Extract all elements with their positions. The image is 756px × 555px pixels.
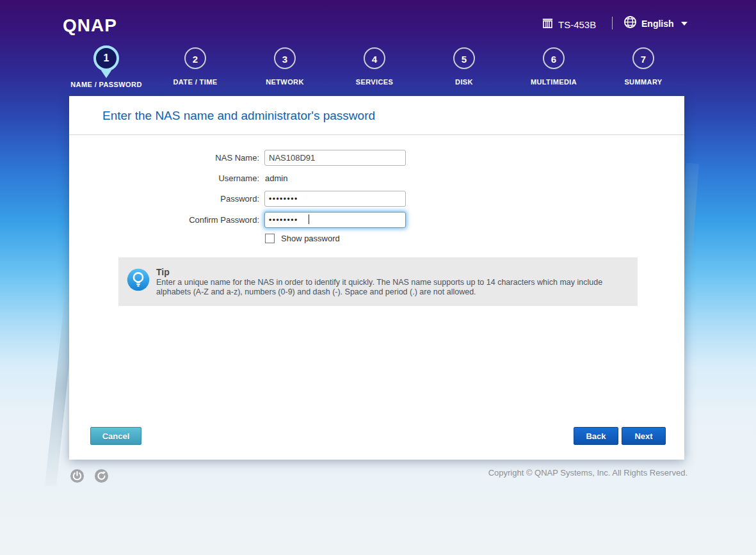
copyright-text: Copyright © QNAP Systems, Inc. All Right… — [488, 468, 688, 478]
globe-icon — [623, 15, 637, 31]
lightbulb-icon — [127, 268, 150, 294]
step-3-circle: 3 — [274, 47, 296, 69]
power-icon[interactable] — [70, 469, 84, 486]
wizard-content-card: Enter the NAS name and administrator's p… — [69, 96, 684, 460]
step-4-label: SERVICES — [330, 78, 419, 86]
cancel-button[interactable]: Cancel — [90, 427, 141, 445]
step-date-time: 2 DATE / TIME — [150, 47, 240, 86]
step-2-label: DATE / TIME — [150, 78, 240, 86]
language-label: English — [641, 19, 674, 29]
step-name-password: 1 NAME / PASSWORD — [61, 47, 151, 88]
show-password-label: Show password — [281, 234, 340, 243]
step-1-label: NAME / PASSWORD — [61, 81, 151, 88]
text-cursor — [309, 214, 309, 224]
nas-device-icon — [542, 17, 554, 32]
refresh-icon[interactable] — [94, 469, 109, 486]
next-button[interactable]: Next — [622, 427, 666, 445]
step-disk: 5 DISK — [419, 47, 509, 86]
step-1-circle: 1 — [93, 45, 119, 71]
step-network: 3 NETWORK — [240, 47, 330, 86]
setup-wizard-stepper: 1 NAME / PASSWORD 2 DATE / TIME 3 NETWOR… — [0, 42, 756, 93]
chevron-down-icon — [681, 22, 688, 26]
active-step-pointer — [101, 70, 111, 78]
device-model-indicator: TS-453B — [542, 17, 596, 32]
password-input[interactable] — [264, 191, 406, 207]
step-multimedia: 6 MULTIMEDIA — [509, 47, 599, 86]
step-6-label: MULTIMEDIA — [509, 78, 599, 86]
username-label: Username: — [131, 173, 259, 183]
topbar-separator — [612, 17, 613, 29]
step-5-circle: 5 — [453, 47, 475, 69]
step-summary: 7 SUMMARY — [599, 47, 688, 86]
step-services: 4 SERVICES — [330, 47, 419, 86]
tip-box: Tip Enter a unique name for the NAS in o… — [118, 257, 638, 306]
device-model-label: TS-453B — [558, 19, 596, 30]
step-7-label: SUMMARY — [599, 78, 688, 86]
step-2-circle: 2 — [184, 47, 206, 69]
tip-text: Enter a unique name for the NAS in order… — [156, 278, 612, 297]
show-password-checkbox[interactable] — [265, 234, 275, 243]
qnap-logo: QNAP — [63, 15, 117, 36]
title-divider — [69, 134, 684, 135]
step-5-label: DISK — [419, 78, 509, 86]
step-3-label: NETWORK — [240, 78, 330, 86]
step-4-circle: 4 — [364, 47, 385, 69]
confirm-password-input[interactable] — [264, 212, 406, 228]
nas-name-input[interactable] — [264, 150, 406, 166]
language-selector[interactable]: English — [623, 15, 688, 31]
step-7-circle: 7 — [632, 47, 654, 69]
username-value: admin — [265, 173, 287, 183]
password-label: Password: — [131, 194, 259, 204]
page-title: Enter the NAS name and administrator's p… — [102, 96, 375, 134]
tip-title: Tip — [156, 267, 170, 277]
back-button[interactable]: Back — [574, 427, 618, 445]
step-6-circle: 6 — [543, 47, 565, 69]
confirm-password-label: Confirm Password: — [131, 215, 259, 225]
nas-name-label: NAS Name: — [131, 153, 259, 163]
